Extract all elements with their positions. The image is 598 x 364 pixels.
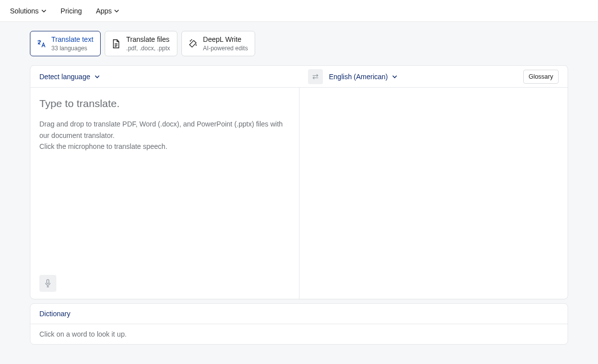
translation-panes: Type to translate. Drag and drop to tran… bbox=[30, 88, 568, 299]
language-bar: Detect language English (American) Gloss… bbox=[30, 66, 568, 88]
source-placeholder: Type to translate. bbox=[39, 98, 290, 110]
translator-card: Detect language English (American) Gloss… bbox=[30, 65, 568, 299]
workspace: Translate text 33 languages Translate fi… bbox=[0, 22, 598, 364]
svg-point-5 bbox=[196, 45, 197, 45]
source-language-select[interactable]: Detect language bbox=[39, 73, 100, 81]
swap-icon bbox=[311, 73, 319, 80]
nav-solutions-label: Solutions bbox=[10, 7, 39, 15]
tab-deepl-write-sub: AI-powered edits bbox=[203, 45, 248, 52]
target-lang-area: English (American) Glossary bbox=[299, 66, 568, 87]
target-language-label: English (American) bbox=[329, 73, 388, 81]
file-icon bbox=[111, 39, 121, 49]
source-language-label: Detect language bbox=[39, 73, 90, 81]
magic-wand-icon bbox=[188, 39, 198, 49]
tab-deepl-write[interactable]: DeepL Write AI-powered edits bbox=[181, 31, 255, 56]
nav-pricing[interactable]: Pricing bbox=[61, 7, 82, 15]
tab-translate-text[interactable]: Translate text 33 languages bbox=[30, 31, 101, 56]
source-pane[interactable]: Type to translate. Drag and drop to tran… bbox=[30, 88, 299, 299]
target-language-select[interactable]: English (American) bbox=[329, 73, 398, 81]
chevron-down-icon bbox=[392, 74, 398, 80]
tab-translate-text-sub: 33 languages bbox=[51, 45, 93, 52]
tab-translate-files-sub: .pdf, .docx, .pptx bbox=[126, 45, 170, 52]
microphone-icon bbox=[44, 279, 51, 288]
nav-apps-label: Apps bbox=[96, 7, 112, 15]
tab-translate-files-label: Translate files bbox=[126, 35, 170, 44]
mode-tabs: Translate text 33 languages Translate fi… bbox=[30, 31, 568, 56]
nav-apps[interactable]: Apps bbox=[96, 7, 120, 15]
dictionary-hint: Click on a word to look it up. bbox=[30, 324, 568, 344]
source-pane-footer bbox=[39, 275, 290, 292]
tab-translate-text-label: Translate text bbox=[51, 35, 93, 44]
chevron-down-icon bbox=[114, 8, 120, 14]
chevron-down-icon bbox=[94, 74, 100, 80]
microphone-button[interactable] bbox=[39, 275, 56, 292]
chevron-down-icon bbox=[41, 8, 47, 14]
nav-pricing-label: Pricing bbox=[61, 7, 82, 15]
dictionary-card: Dictionary Click on a word to look it up… bbox=[30, 303, 568, 345]
glossary-button[interactable]: Glossary bbox=[523, 70, 559, 84]
source-hint-2: Click the microphone to translate speech… bbox=[39, 141, 290, 152]
svg-rect-6 bbox=[47, 280, 49, 284]
source-hint-1: Drag and drop to translate PDF, Word (.d… bbox=[39, 119, 290, 141]
nav-solutions[interactable]: Solutions bbox=[10, 7, 47, 15]
top-nav: Solutions Pricing Apps bbox=[0, 0, 598, 22]
svg-point-4 bbox=[191, 39, 192, 40]
tab-deepl-write-label: DeepL Write bbox=[203, 35, 248, 44]
swap-languages-button[interactable] bbox=[308, 69, 323, 84]
source-lang-area: Detect language bbox=[30, 66, 299, 87]
target-pane bbox=[299, 88, 568, 299]
translate-icon bbox=[36, 39, 46, 49]
dictionary-header[interactable]: Dictionary bbox=[30, 304, 568, 324]
tab-translate-files[interactable]: Translate files .pdf, .docx, .pptx bbox=[105, 31, 177, 56]
svg-point-3 bbox=[190, 40, 191, 41]
